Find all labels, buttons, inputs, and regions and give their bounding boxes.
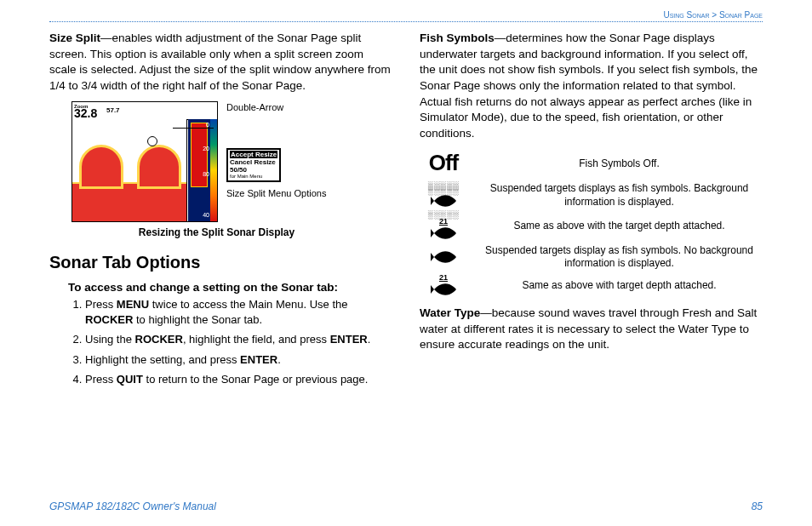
fish-icon	[431, 193, 456, 209]
fish-icon	[431, 282, 456, 297]
fish-symbols-text: —determines how the Sonar Page displays …	[420, 31, 758, 140]
menu-line1: Accept Resize	[230, 151, 277, 158]
double-arrow-label: Double-Arrow	[226, 101, 326, 114]
symbol-row-nobg-depth: 21 Same as above with target depth attac…	[420, 274, 763, 297]
breadcrumb-before: Using Sonar	[663, 10, 709, 20]
menu-line2: Cancel Resize	[230, 158, 277, 166]
symbol-desc-1: Fish Symbols Off.	[476, 156, 763, 173]
symbol-row-bg: ░░░░░░░░░░ Suspended targets displays as…	[420, 180, 763, 210]
sonar-screenshot: Zoom 32.8 57.7 0 20 80 40	[71, 101, 218, 222]
menu-line4: for Main Menu	[230, 174, 277, 180]
right-column: Fish Symbols—determines how the Sonar Pa…	[420, 31, 763, 392]
size-split-menu-box: Accept Resize Cancel Resize 50/50 for Ma…	[226, 148, 281, 182]
breadcrumb-after: Sonar Page	[719, 10, 763, 20]
header-rule	[49, 21, 763, 22]
symbol-row-off: Off Fish Symbols Off.	[420, 148, 763, 179]
menu-line3: 50/50	[230, 166, 277, 174]
symbol-desc-4: Suspended targets display as fish symbol…	[476, 243, 763, 272]
menu-label: Size Split Menu Options	[226, 187, 326, 200]
figure-row: Zoom 32.8 57.7 0 20 80 40	[71, 101, 392, 222]
breadcrumb: Using Sonar > Sonar Page	[49, 10, 763, 20]
breadcrumb-sep: >	[709, 10, 718, 20]
steps-list: Press MENU twice to access the Main Menu…	[68, 297, 392, 387]
symbol-row-nobg: Suspended targets display as fish symbol…	[420, 243, 763, 272]
page-footer: GPSMAP 182/182C Owner's Manual 85	[49, 500, 763, 512]
dots-icon: ░░░░░░░░░░	[428, 183, 460, 194]
size-split-term: Size Split	[49, 31, 100, 44]
step-2: Using the ROCKER, highlight the field, a…	[85, 332, 392, 347]
step-4: Press QUIT to return to the Sonar Page o…	[85, 372, 392, 387]
symbol-desc-3: Same as above with the target depth atta…	[476, 218, 763, 235]
step-3: Highlight the setting, and press ENTER.	[85, 352, 392, 368]
symbol-desc-2: Suspended targets displays as fish symbo…	[476, 180, 763, 210]
size-split-para: Size Split—enables width adjustment of t…	[49, 31, 392, 94]
footer-title: GPSMAP 182/182C Owner's Manual	[49, 500, 216, 512]
off-icon: Off	[429, 148, 459, 179]
fish-symbols-term: Fish Symbols	[420, 31, 495, 44]
size-split-text: —enables width adjustment of the Sonar P…	[49, 31, 391, 92]
fish-icon	[431, 249, 456, 265]
depth-label: 21	[439, 218, 448, 226]
left-column: Size Split—enables width adjustment of t…	[49, 31, 392, 392]
section-title: Sonar Tab Options	[49, 251, 392, 275]
step-1: Press MENU twice to access the Main Menu…	[85, 297, 392, 327]
water-type-term: Water Type	[420, 306, 480, 319]
steps-subhead: To access and change a setting on the So…	[68, 280, 392, 296]
symbol-desc-5: Same as above with target depth attached…	[476, 277, 763, 294]
fish-icon	[431, 226, 456, 241]
figure-caption: Resizing the Split Sonar Display	[41, 226, 392, 240]
footer-page: 85	[752, 500, 763, 512]
fish-symbols-para: Fish Symbols—determines how the Sonar Pa…	[420, 31, 763, 141]
water-type-para: Water Type—because sound waves travel th…	[420, 306, 763, 353]
symbol-row-bg-depth: ░░░░░ 21 Same as above with the target d…	[420, 212, 763, 240]
depth-label: 21	[439, 274, 448, 282]
fish-symbol-table: Off Fish Symbols Off. ░░░░░░░░░░ Suspend…	[420, 148, 763, 297]
figure-labels: Double-Arrow Accept Resize Cancel Resize…	[226, 101, 326, 201]
sub-number: 57.7	[106, 106, 120, 115]
